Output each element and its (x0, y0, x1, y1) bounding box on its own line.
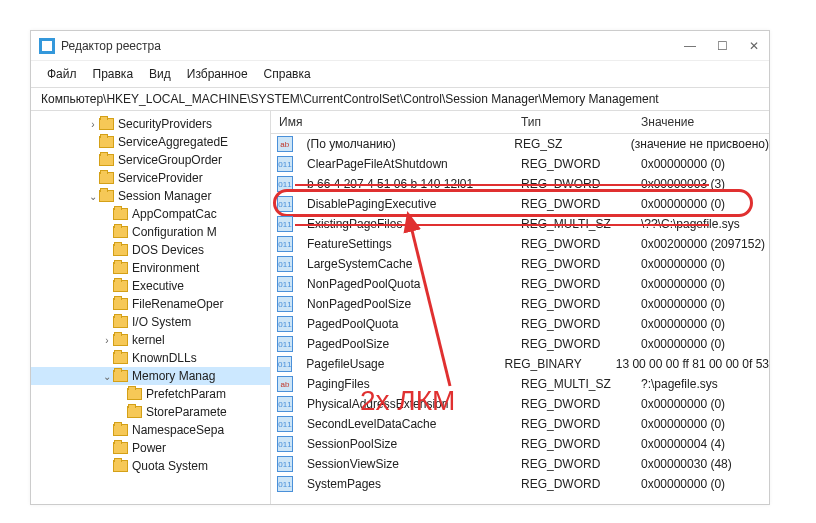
tree-item[interactable]: ServiceGroupOrder (31, 151, 270, 169)
tree-item[interactable]: FileRenameOper (31, 295, 270, 313)
value-data: \??\C:\pagefile.sys (641, 217, 769, 231)
value-type: REG_DWORD (521, 277, 641, 291)
tree-item[interactable]: ›SecurityProviders (31, 115, 270, 133)
col-header-type[interactable]: Тип (521, 115, 641, 129)
value-row[interactable]: 011SessionPoolSizeREG_DWORD0x00000004 (4… (271, 434, 769, 454)
menu-help[interactable]: Справка (258, 65, 317, 83)
caret-right-icon[interactable]: › (101, 335, 113, 346)
folder-icon (113, 460, 128, 472)
tree-item[interactable]: ›kernel (31, 331, 270, 349)
tree-item[interactable]: DOS Devices (31, 241, 270, 259)
value-data: 0x00000000 (0) (641, 297, 769, 311)
value-name: PhysicalAddressExtension (299, 397, 521, 411)
value-type: REG_DWORD (521, 417, 641, 431)
value-type: REG_DWORD (521, 157, 641, 171)
menu-file[interactable]: Файл (41, 65, 83, 83)
tree-item-label: I/O System (132, 315, 191, 329)
binary-value-icon: 011 (277, 256, 293, 272)
column-headers: Имя Тип Значение (271, 111, 769, 134)
string-value-icon: ab (277, 136, 293, 152)
tree-item-label: StoreParamete (146, 405, 227, 419)
caret-down-icon[interactable]: ⌄ (101, 371, 113, 382)
value-row[interactable]: 011b 66 4 207 4 51 06 b 140 12l01REG_DWO… (271, 174, 769, 194)
value-row[interactable]: 011DisablePagingExecutiveREG_DWORD0x0000… (271, 194, 769, 214)
value-type: REG_DWORD (521, 197, 641, 211)
tree-item-label: ServiceAggregatedE (118, 135, 228, 149)
folder-icon (113, 352, 128, 364)
tree-item[interactable]: Executive (31, 277, 270, 295)
tree-item[interactable]: StoreParamete (31, 403, 270, 421)
tree-item[interactable]: ⌄Memory Manag (31, 367, 270, 385)
value-type: REG_DWORD (521, 337, 641, 351)
tree-item[interactable]: Environment (31, 259, 270, 277)
tree-item-label: ServiceGroupOrder (118, 153, 222, 167)
value-name: DisablePagingExecutive (299, 197, 521, 211)
tree-item[interactable]: PrefetchParam (31, 385, 270, 403)
caret-down-icon[interactable]: ⌄ (87, 191, 99, 202)
binary-value-icon: 011 (277, 456, 293, 472)
value-row[interactable]: abPagingFilesREG_MULTI_SZ?:\pagefile.sys (271, 374, 769, 394)
value-row[interactable]: 011LargeSystemCacheREG_DWORD0x00000000 (… (271, 254, 769, 274)
value-type: REG_DWORD (521, 177, 641, 191)
value-type: REG_DWORD (521, 237, 641, 251)
value-row[interactable]: 011ExistingPageFilesREG_MULTI_SZ\??\C:\p… (271, 214, 769, 234)
value-name: PagefileUsage (298, 357, 504, 371)
value-row[interactable]: 011NonPagedPoolQuotaREG_DWORD0x00000000 … (271, 274, 769, 294)
binary-value-icon: 011 (277, 176, 293, 192)
col-header-name[interactable]: Имя (271, 115, 521, 129)
value-data: 0x00000000 (0) (641, 397, 769, 411)
menu-favorites[interactable]: Избранное (181, 65, 254, 83)
tree-item-label: FileRenameOper (132, 297, 223, 311)
maximize-button[interactable]: ☐ (715, 39, 729, 53)
value-row[interactable]: 011PagefileUsageREG_BINARY13 00 00 00 ff… (271, 354, 769, 374)
tree-pane[interactable]: ›SecurityProvidersServiceAggregatedEServ… (31, 111, 271, 504)
col-header-value[interactable]: Значение (641, 115, 769, 129)
value-type: REG_DWORD (521, 477, 641, 491)
value-type: REG_MULTI_SZ (521, 217, 641, 231)
tree-item[interactable]: Power (31, 439, 270, 457)
content-area: ›SecurityProvidersServiceAggregatedEServ… (31, 111, 769, 504)
value-data: 0x00000000 (0) (641, 277, 769, 291)
tree-item[interactable]: AppCompatCac (31, 205, 270, 223)
tree-item[interactable]: ⌄Session Manager (31, 187, 270, 205)
value-data: 0x00000000 (0) (641, 417, 769, 431)
value-row[interactable]: 011PhysicalAddressExtensionREG_DWORD0x00… (271, 394, 769, 414)
tree-item[interactable]: ServiceAggregatedE (31, 133, 270, 151)
tree-item[interactable]: I/O System (31, 313, 270, 331)
folder-icon (113, 226, 128, 238)
tree-item-label: AppCompatCac (132, 207, 217, 221)
address-bar[interactable]: Компьютер\HKEY_LOCAL_MACHINE\SYSTEM\Curr… (31, 87, 769, 111)
binary-value-icon: 011 (277, 316, 293, 332)
value-row[interactable]: 011SystemPagesREG_DWORD0x00000000 (0) (271, 474, 769, 494)
caret-right-icon[interactable]: › (87, 119, 99, 130)
tree-item[interactable]: NamespaceSepa (31, 421, 270, 439)
tree-item[interactable]: ServiceProvider (31, 169, 270, 187)
value-row[interactable]: 011FeatureSettingsREG_DWORD0x00200000 (2… (271, 234, 769, 254)
tree-item[interactable]: Quota System (31, 457, 270, 475)
folder-icon (127, 388, 142, 400)
menu-edit[interactable]: Правка (87, 65, 140, 83)
value-row[interactable]: ab(По умолчанию)REG_SZ(значение не присв… (271, 134, 769, 154)
value-name: LargeSystemCache (299, 257, 521, 271)
value-data: 0x00000000 (0) (641, 197, 769, 211)
value-data: 0x00000003 (3) (641, 177, 769, 191)
value-type: REG_BINARY (505, 357, 616, 371)
minimize-button[interactable]: — (683, 39, 697, 53)
values-pane: Имя Тип Значение ab(По умолчанию)REG_SZ(… (271, 111, 769, 504)
value-row[interactable]: 011ClearPageFileAtShutdownREG_DWORD0x000… (271, 154, 769, 174)
value-name: NonPagedPoolQuota (299, 277, 521, 291)
binary-value-icon: 011 (277, 396, 293, 412)
tree-item[interactable]: Configuration M (31, 223, 270, 241)
value-data: ?:\pagefile.sys (641, 377, 769, 391)
value-row[interactable]: 011NonPagedPoolSizeREG_DWORD0x00000000 (… (271, 294, 769, 314)
tree-item[interactable]: KnownDLLs (31, 349, 270, 367)
value-row[interactable]: 011PagedPoolQuotaREG_DWORD0x00000000 (0) (271, 314, 769, 334)
value-row[interactable]: 011PagedPoolSizeREG_DWORD0x00000000 (0) (271, 334, 769, 354)
tree-item-label: NamespaceSepa (132, 423, 224, 437)
value-type: REG_DWORD (521, 297, 641, 311)
tree-item-label: Configuration M (132, 225, 217, 239)
close-button[interactable]: ✕ (747, 39, 761, 53)
value-row[interactable]: 011SessionViewSizeREG_DWORD0x00000030 (4… (271, 454, 769, 474)
value-row[interactable]: 011SecondLevelDataCacheREG_DWORD0x000000… (271, 414, 769, 434)
menu-view[interactable]: Вид (143, 65, 177, 83)
